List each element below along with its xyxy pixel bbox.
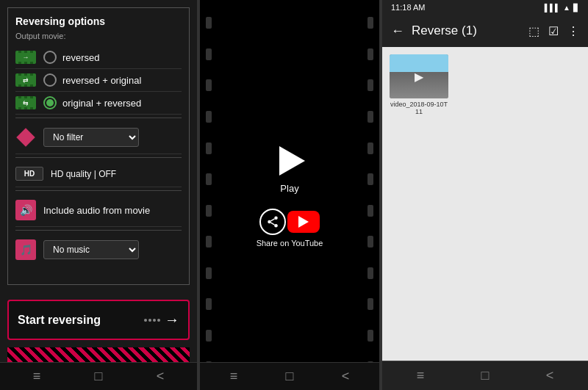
film-dot	[206, 142, 212, 154]
dot3	[153, 319, 156, 322]
film-dot	[206, 17, 212, 29]
film-dot	[368, 267, 373, 279]
film-dot	[368, 142, 373, 154]
dot1	[144, 319, 147, 322]
video-filename-label: video_2018-09-10T11	[390, 101, 448, 115]
svg-line-4	[270, 219, 274, 221]
filter-row: No filter Sepia Grayscale	[15, 121, 182, 154]
start-arrow: →	[144, 311, 179, 328]
nav-menu-icon-right[interactable]: ≡	[417, 368, 425, 383]
film-dot	[368, 205, 373, 217]
share-label: Share on YouTube	[257, 239, 323, 248]
film-dot	[206, 298, 212, 310]
more-options-icon[interactable]: ⋮	[567, 24, 579, 38]
video-thumb-image	[390, 54, 448, 98]
arrow-reversed: →	[23, 54, 29, 61]
nav-menu-icon[interactable]: ≡	[33, 369, 41, 384]
original-reversed-label: original + reversed	[62, 98, 141, 109]
audio-row[interactable]: 🔊 Include audio from movie	[15, 194, 182, 227]
nav-home-icon-mid[interactable]: □	[286, 369, 294, 384]
filter-select[interactable]: No filter Sepia Grayscale	[43, 128, 139, 147]
radio-reversed	[43, 51, 57, 64]
wifi-icon: ▲	[563, 4, 570, 12]
play-section: Play	[271, 142, 308, 194]
music-select[interactable]: No music Custom music	[43, 240, 139, 259]
option-original-reversed[interactable]: ⇆ original + reversed	[15, 92, 182, 115]
svg-line-3	[270, 223, 274, 225]
option-reversed-original[interactable]: ⇄ reversed + original	[15, 69, 182, 92]
film-dot	[206, 236, 212, 248]
divider-3	[15, 190, 182, 191]
share-section: Share on YouTube	[257, 209, 323, 248]
arrow-right-icon: →	[165, 311, 179, 328]
app-header: ← Reverse (1) ⬚ ☑ ⋮	[382, 15, 588, 47]
start-reversing-button[interactable]: Start reversing →	[7, 300, 190, 340]
nav-home-icon-right[interactable]: □	[481, 368, 490, 383]
back-button[interactable]: ←	[391, 24, 404, 39]
stripe-bar	[7, 347, 190, 362]
film-dot	[368, 79, 373, 91]
bottom-nav-middle: ≡ □ <	[200, 362, 379, 390]
option-reversed[interactable]: → reversed	[15, 46, 182, 69]
film-dot	[206, 267, 212, 279]
nav-home-icon[interactable]: □	[95, 369, 103, 384]
select-all-icon[interactable]: ☑	[548, 24, 559, 38]
filmstrip-icon-rev-orig: ⇄	[15, 73, 36, 87]
hd-text: HD quality | OFF	[51, 169, 116, 179]
radio-rev-orig	[43, 73, 57, 87]
film-dot	[206, 330, 212, 342]
film-dot	[206, 111, 212, 123]
share-network-button[interactable]	[259, 209, 286, 235]
hd-quality-row[interactable]: HD HD quality | OFF	[15, 161, 182, 187]
film-dot	[368, 173, 373, 185]
film-dot	[368, 330, 373, 342]
nav-back-icon-right[interactable]: <	[546, 368, 554, 383]
hd-badge: HD	[15, 167, 43, 181]
film-dot	[368, 236, 373, 248]
export-icon[interactable]: ⬚	[528, 24, 539, 38]
start-reversing-label: Start reversing	[18, 314, 101, 327]
youtube-share-button[interactable]	[287, 211, 320, 233]
filmstrip-icon-reversed: →	[15, 51, 36, 64]
svg-point-0	[274, 217, 278, 220]
battery-icon: ▊	[573, 4, 579, 12]
music-glyph: 🎵	[20, 244, 32, 256]
status-bar: 11:18 AM ▌▌▌ ▲ ▊	[382, 0, 588, 15]
right-panel: 11:18 AM ▌▌▌ ▲ ▊ ← Reverse (1) ⬚ ☑ ⋮ vid…	[382, 0, 588, 390]
film-dot	[368, 298, 373, 310]
film-dot	[206, 205, 212, 217]
svg-point-2	[274, 224, 278, 228]
nav-back-icon[interactable]: <	[157, 369, 165, 384]
play-label: Play	[280, 183, 298, 194]
film-dots-left	[206, 0, 212, 390]
output-label: Output movie:	[15, 32, 182, 40]
music-row: 🎵 No music Custom music	[15, 234, 182, 266]
film-dot	[206, 79, 212, 91]
video-thumbnail-item[interactable]: video_2018-09-10T11	[390, 54, 448, 115]
music-icon: 🎵	[15, 239, 36, 260]
audio-label: Include audio from movie	[43, 205, 150, 216]
thumb-scene	[390, 54, 448, 98]
nav-back-icon-mid[interactable]: <	[342, 369, 350, 384]
arrow-orig-rev: ⇆	[23, 99, 29, 106]
status-time: 11:18 AM	[391, 3, 425, 12]
filter-icon	[15, 127, 36, 148]
speaker-glyph: 🔊	[20, 204, 32, 216]
film-dot	[368, 48, 373, 60]
svg-point-1	[268, 220, 271, 224]
arrow-rev-orig: ⇄	[23, 76, 29, 84]
nav-menu-icon-mid[interactable]: ≡	[230, 369, 238, 384]
radio-orig-rev	[43, 96, 57, 109]
share-icons-row	[259, 209, 320, 235]
middle-panel: Play Share on YouTube ≡ □ <	[197, 0, 382, 390]
divider-1	[15, 118, 182, 118]
share-network-icon	[266, 215, 279, 228]
bottom-nav-left: ≡ □ <	[0, 362, 197, 390]
dot4	[157, 319, 160, 322]
film-dot	[368, 17, 373, 29]
film-dot	[368, 111, 373, 123]
reversing-options-box: Reversing options Output movie: → revers…	[7, 7, 190, 285]
options-title: Reversing options	[15, 15, 182, 27]
filmstrip-icon-orig-rev: ⇆	[15, 96, 36, 109]
play-button[interactable]	[271, 142, 308, 179]
